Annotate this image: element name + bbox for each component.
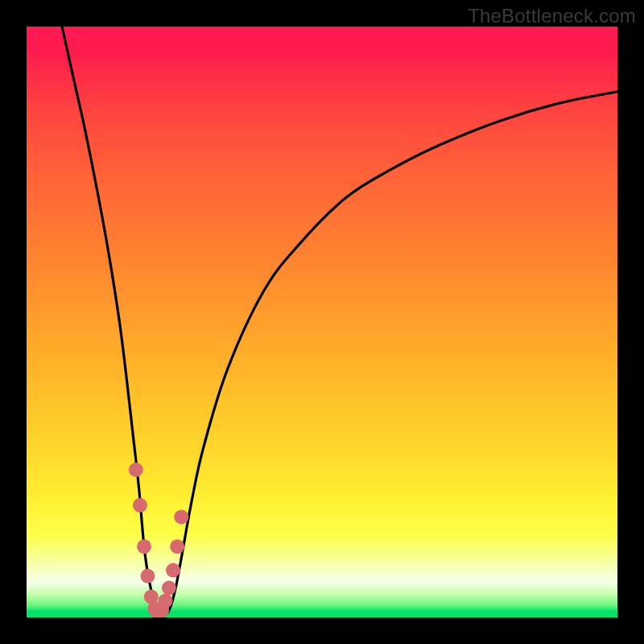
- highlight-dot: [158, 593, 172, 608]
- highlight-dot: [137, 539, 151, 554]
- plot-area: [27, 27, 617, 617]
- highlight-dot: [174, 510, 188, 524]
- highlight-dot: [129, 463, 143, 477]
- highlight-dot: [133, 498, 147, 513]
- highlight-dot: [140, 569, 155, 584]
- highlight-dot: [166, 563, 180, 577]
- curve-layer: [27, 27, 617, 617]
- bottleneck-curve: [62, 27, 617, 615]
- watermark-text: TheBottleneck.com: [468, 5, 636, 27]
- highlight-dot: [162, 580, 176, 595]
- highlight-dot: [170, 539, 184, 554]
- chart-frame: TheBottleneck.com: [0, 0, 644, 644]
